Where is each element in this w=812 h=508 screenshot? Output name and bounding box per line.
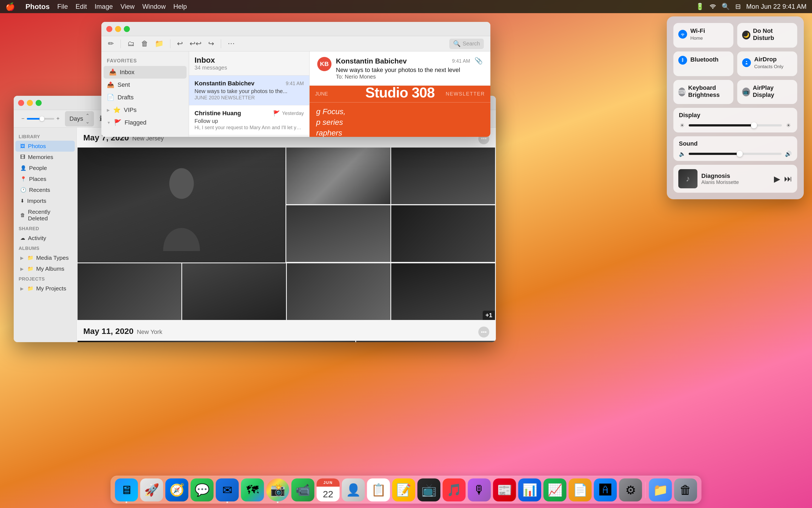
sidebar-drafts[interactable]: 📄 Drafts: [101, 91, 189, 104]
sidebar-my-albums[interactable]: ▶ 📁 My Albums: [15, 263, 75, 274]
photo-building[interactable]: [182, 263, 286, 320]
reply-icon[interactable]: ↩: [177, 39, 183, 48]
keynote-icon: 📊: [522, 483, 537, 497]
move-icon[interactable]: 📁: [155, 39, 163, 48]
photo-silhouette2[interactable]: [391, 205, 495, 262]
dock-finder[interactable]: 🖥: [115, 478, 138, 501]
dock-notes[interactable]: 📝: [392, 478, 415, 501]
sidebar-recents[interactable]: 🕐 Recents: [15, 184, 75, 196]
photos-maximize-button[interactable]: [36, 100, 42, 106]
sidebar-photos[interactable]: 🖼 Photos: [15, 141, 75, 152]
menu-image[interactable]: Image: [94, 3, 113, 10]
dock-facetime[interactable]: 📹: [292, 478, 314, 501]
dock-calendar[interactable]: JUN 22: [317, 478, 340, 501]
view-selector[interactable]: Days ⌃⌄: [65, 111, 94, 126]
sidebar-vips[interactable]: ▶ ⭐ VIPs: [101, 104, 189, 116]
dock-pages[interactable]: 📄: [569, 478, 592, 501]
menu-file[interactable]: File: [57, 3, 68, 10]
mail-search[interactable]: 🔍 Search: [449, 39, 484, 49]
next-button[interactable]: ⏭: [784, 174, 792, 183]
sidebar-places[interactable]: 📍 Places: [15, 173, 75, 184]
bluetooth-tile[interactable]: ᛒ Bluetooth: [673, 51, 733, 76]
photo-skate[interactable]: [78, 263, 181, 320]
sidebar-my-projects[interactable]: ▶ 📁 My Projects: [15, 283, 75, 294]
volume-thumb[interactable]: [737, 151, 743, 157]
archive-icon[interactable]: 🗂: [127, 39, 134, 48]
dock-appstore[interactable]: 🅰: [594, 478, 617, 501]
menu-edit[interactable]: Edit: [76, 3, 87, 10]
dock-reminders[interactable]: 📋: [367, 478, 390, 501]
search-icon: 🔍: [453, 40, 461, 47]
albums-section: Albums: [14, 244, 76, 252]
play-button[interactable]: ▶: [774, 174, 780, 184]
dock-files[interactable]: 📁: [649, 478, 672, 501]
dock-podcasts[interactable]: 🎙: [468, 478, 491, 501]
dock-photos-app[interactable]: 📸: [266, 478, 289, 501]
sidebar-imports[interactable]: ⬇ Imports: [15, 196, 75, 206]
dock-systemprefs[interactable]: ⚙: [619, 478, 642, 501]
photo-shadow[interactable]: [78, 341, 355, 342]
media-types-label: Media Types: [36, 255, 69, 261]
dock-messages[interactable]: 💬: [191, 478, 214, 501]
volume-slider[interactable]: [689, 153, 782, 155]
delete-icon[interactable]: 🗑: [141, 39, 148, 48]
dock-maps[interactable]: 🗺: [241, 478, 264, 501]
sidebar-media-types[interactable]: ▶ 📁 Media Types: [15, 252, 75, 263]
dnd-tile[interactable]: 🌙 Do Not Disturb: [737, 23, 797, 48]
sidebar-flagged[interactable]: ▼ 🚩 Flagged: [101, 116, 189, 129]
forward-icon[interactable]: ↪: [208, 39, 214, 48]
zoom-out-button[interactable]: −: [22, 116, 25, 122]
more-icon[interactable]: ⋯: [228, 39, 235, 48]
sidebar-activity[interactable]: ☁ Activity: [15, 232, 75, 244]
sidebar-sent[interactable]: 📤 Sent: [101, 79, 189, 91]
dock-music[interactable]: 🎵: [443, 478, 466, 501]
photo-bikes[interactable]: [286, 205, 390, 262]
menu-view[interactable]: View: [121, 3, 135, 10]
zoom-in-button[interactable]: +: [56, 116, 60, 122]
sidebar-recently-deleted[interactable]: 🗑 Recently Deleted: [15, 206, 75, 224]
mail-item-2[interactable]: Christine Huang 🚩 Yesterday Follow up Hi…: [189, 105, 309, 135]
photo-silhouette[interactable]: [391, 147, 495, 204]
dock-contacts[interactable]: 👤: [342, 478, 365, 501]
search-menubar-icon[interactable]: 🔍: [722, 3, 730, 10]
photos-minimize-button[interactable]: [27, 100, 33, 106]
airdrop-tile[interactable]: AirDrop Contacts Only: [737, 51, 797, 76]
dock-launchpad[interactable]: 🚀: [140, 478, 163, 501]
dock-trash[interactable]: 🗑: [674, 478, 697, 501]
minimize-button[interactable]: [115, 26, 121, 32]
dock-mail[interactable]: ✉: [216, 478, 239, 501]
dock-safari[interactable]: 🧭: [165, 478, 189, 501]
zoom-knob[interactable]: [39, 116, 44, 121]
dock-keynote[interactable]: 📊: [518, 478, 541, 501]
menu-help[interactable]: Help: [173, 3, 187, 10]
sidebar-inbox[interactable]: 📥 Inbox: [104, 66, 187, 79]
group-more-button-may11[interactable]: •••: [478, 327, 489, 337]
compose-icon[interactable]: ✏: [108, 39, 114, 48]
mail-item-1[interactable]: Konstantin Babichev 9:41 AM New ways to …: [189, 76, 309, 105]
menu-window[interactable]: Window: [142, 3, 165, 10]
brightness-thumb[interactable]: [751, 122, 757, 128]
imports-label: Imports: [27, 198, 46, 204]
dock-news[interactable]: 📰: [493, 478, 516, 501]
photo-portrait[interactable]: [78, 147, 285, 262]
maximize-button[interactable]: [124, 26, 130, 32]
photos-close-button[interactable]: [18, 100, 24, 106]
zoom-track[interactable]: [27, 118, 54, 120]
apple-menu[interactable]: 🍎: [5, 2, 15, 11]
brightness-slider[interactable]: [689, 124, 782, 126]
reply-all-icon[interactable]: ↩↩: [190, 39, 202, 48]
app-name[interactable]: Photos: [26, 2, 49, 11]
keyboard-brightness-tile[interactable]: ⌨ Keyboard Brightness: [673, 80, 733, 104]
dock-appletv[interactable]: 📺: [418, 478, 440, 501]
notification-icon[interactable]: ⊟: [735, 3, 741, 10]
sidebar-people[interactable]: 👤 People: [15, 163, 75, 173]
sidebar-memories[interactable]: 🎞 Memories: [15, 152, 75, 163]
wifi-tile[interactable]: Wi-Fi Home: [673, 23, 733, 48]
photo-arch[interactable]: [286, 147, 390, 204]
photo-last[interactable]: [356, 341, 495, 342]
dock-numbers[interactable]: 📈: [544, 478, 567, 501]
photo-bike-rider[interactable]: +1: [391, 263, 495, 320]
close-button[interactable]: [106, 26, 112, 32]
airplay-tile[interactable]: 📺 AirPlay Display: [737, 80, 797, 104]
photo-people[interactable]: [287, 263, 391, 320]
